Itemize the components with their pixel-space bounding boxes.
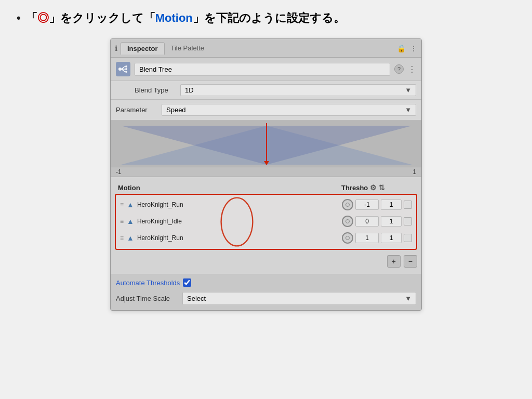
param-arrow: ▼ (405, 106, 411, 114)
blend-icon (116, 62, 130, 76)
target-button-1[interactable] (342, 199, 353, 210)
thresh-checkbox-1[interactable] (404, 201, 412, 209)
parameter-row: Parameter Speed ▼ (111, 100, 421, 121)
motion-row: ≡ ▲ HeroKnight_Run (118, 230, 414, 246)
blend-name-input[interactable] (135, 63, 390, 76)
adjust-arrow: ▼ (405, 295, 411, 302)
threshold-input-2[interactable] (355, 216, 379, 227)
blend-type-select[interactable]: 1D ▼ (180, 84, 416, 96)
inspector-panel: ℹ Inspector Tile Palette 🔒 ⋮ ? ⋮ Blend T (110, 38, 422, 311)
threshold-input-1[interactable] (355, 200, 379, 210)
motion-action-row: + − (115, 253, 417, 270)
sort-icon: ⇅ (379, 183, 385, 192)
target-button-3[interactable] (342, 232, 353, 244)
adjust-label: Adjust Time Scale (116, 295, 178, 302)
viz-min-label: -1 (116, 168, 122, 176)
more-icon: ⋮ (410, 44, 417, 52)
tab-inspector[interactable]: Inspector (121, 42, 165, 55)
instruction-text: • 「◎」をクリックして「Motion」を下記のように設定する。 (17, 10, 515, 26)
motion-col-header: Motion (118, 184, 339, 192)
svg-point-4 (125, 65, 127, 68)
adjust-select[interactable]: Select ▼ (182, 292, 416, 305)
drag-handle-2[interactable]: ≡ (120, 218, 124, 225)
motion-name-2: HeroKnight_Idle (137, 218, 340, 225)
thresh-right-1[interactable] (381, 200, 402, 210)
svg-point-6 (125, 71, 127, 73)
parameter-label: Parameter (116, 106, 157, 114)
drag-handle-3[interactable]: ≡ (120, 234, 124, 242)
svg-point-0 (118, 68, 122, 71)
anim-icon-2: ▲ (127, 217, 134, 225)
blend-type-arrow: ▼ (405, 86, 411, 94)
motion-name-3: HeroKnight_Run (137, 234, 340, 242)
drag-handle-1[interactable]: ≡ (120, 201, 124, 208)
thresh-checkbox-3[interactable] (404, 234, 412, 242)
blend-header: ? ⋮ (111, 58, 421, 81)
motion-section: Motion Thresho ⚙ ⇅ ≡ ▲ HeroKnight_Run (111, 177, 421, 274)
threshold-input-3[interactable] (355, 233, 379, 243)
adjust-time-scale-row: Adjust Time Scale Select ▼ (111, 290, 421, 310)
motion-row: ≡ ▲ HeroKnight_Idle (118, 214, 414, 229)
adjust-value: Select (187, 295, 206, 302)
instruction-part1: 「◎」をクリックして「Motion」を下記のように設定する。 (26, 10, 345, 26)
threshold-col-header: Thresho ⚙ ⇅ (341, 183, 414, 192)
help-button[interactable]: ? (394, 64, 404, 74)
anim-icon-1: ▲ (127, 201, 134, 209)
automate-label: Automate Thresholds (116, 279, 180, 287)
thresh-right-3[interactable] (381, 233, 402, 243)
anim-icon-3: ▲ (127, 234, 134, 242)
thresh-checkbox-2[interactable] (404, 217, 412, 225)
automate-thresholds-row: Automate Thresholds (111, 274, 421, 290)
automate-checkbox[interactable] (183, 278, 191, 287)
tab-bar: ℹ Inspector Tile Palette 🔒 ⋮ (111, 39, 421, 58)
tab-icons: 🔒 ⋮ (397, 44, 417, 52)
add-motion-button[interactable]: + (387, 255, 401, 268)
target-button-2[interactable] (342, 216, 353, 227)
thresh-right-2[interactable] (381, 216, 402, 227)
motion-table-header: Motion Thresho ⚙ ⇅ (115, 181, 417, 194)
remove-motion-button[interactable]: − (404, 255, 417, 268)
lock-icon: 🔒 (397, 44, 406, 52)
viz-labels: -1 1 (111, 167, 421, 177)
options-button[interactable]: ⋮ (408, 64, 416, 74)
svg-point-5 (125, 68, 127, 70)
blend-type-label: Blend Type (135, 86, 176, 94)
blend-visualization (111, 121, 421, 167)
auto-thresh-icon: ⚙ (370, 183, 377, 192)
motion-name-1: HeroKnight_Run (137, 201, 340, 208)
viz-max-label: 1 (413, 168, 416, 176)
bullet: • (17, 11, 21, 25)
blend-type-row: Blend Type 1D ▼ (111, 81, 421, 100)
parameter-select[interactable]: Speed ▼ (162, 104, 416, 116)
motion-highlight-box: ≡ ▲ HeroKnight_Run ≡ ▲ HeroKnight_Idle (115, 194, 417, 250)
motion-row: ≡ ▲ HeroKnight_Run (118, 197, 414, 212)
tab-tile-palette[interactable]: Tile Palette (165, 42, 211, 54)
info-icon: ℹ (115, 44, 117, 52)
